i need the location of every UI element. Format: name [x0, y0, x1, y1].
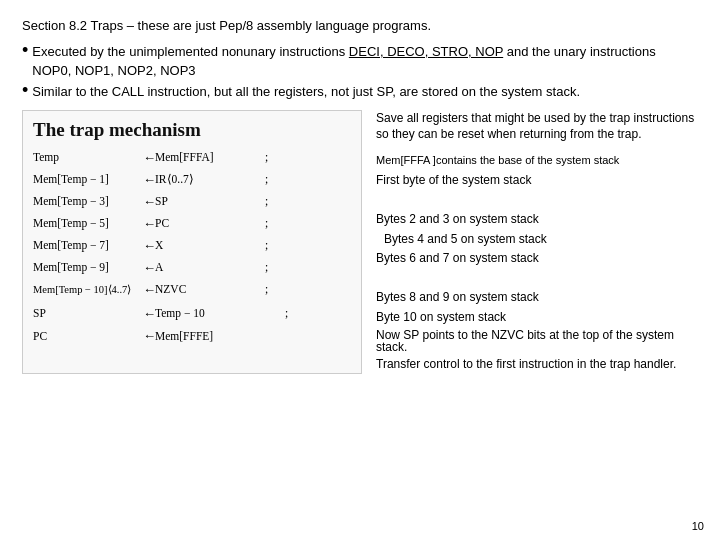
ann-row-5: Bytes 8 and 9 on system stack: [376, 288, 698, 308]
ann-text-4: Bytes 6 and 7 on system stack: [376, 252, 539, 264]
sp-value: Temp − 10: [155, 304, 285, 324]
page-number: 10: [692, 520, 704, 532]
sp-arrow: ←: [143, 303, 155, 325]
ann-text-5: Bytes 8 and 9 on system stack: [376, 291, 539, 303]
main-content: The trap mechanism Temp ← Mem[FFFA] ; Me…: [22, 110, 698, 375]
sp-annotation: Now SP points to the NZVC bits at the to…: [376, 329, 698, 353]
bullet-text-1: Executed by the unimplemented nonunary i…: [32, 43, 698, 81]
trap-row-1-semi: ;: [265, 170, 275, 190]
ann-text-2: Bytes 2 and 3 on system stack: [376, 213, 539, 225]
ann-row-2: Bytes 2 and 3 on system stack: [376, 210, 698, 230]
save-note: Save all registers that might be used by…: [376, 110, 698, 144]
ann-row-spacer1: [376, 190, 698, 210]
ann-text-0: Mem[FFFA ]contains the base of the syste…: [376, 155, 619, 166]
trap-row-6-semi: ;: [265, 280, 275, 300]
bullet-dot-1: •: [22, 41, 28, 59]
sp-row: SP ← Temp − 10 ;: [33, 303, 351, 325]
trap-row-2-right: SP: [155, 192, 265, 212]
trap-row-5-left: Mem[Temp − 9]: [33, 258, 143, 278]
trap-row-5-semi: ;: [265, 258, 275, 278]
trap-row-3-left: Mem[Temp − 5]: [33, 214, 143, 234]
ann-row-spacer2: [376, 268, 698, 288]
trap-row-0-semi: ;: [265, 148, 275, 168]
bullet-row-2: • Similar to the CALL instruction, but a…: [22, 83, 698, 102]
ann-row-1: First byte of the system stack: [376, 171, 698, 191]
trap-row-5-arrow: ←: [143, 257, 155, 279]
section-title: Section 8.2 Traps – these are just Pep/8…: [22, 18, 698, 33]
ann-row-6: Byte 10 on system stack: [376, 307, 698, 327]
trap-row-6-right: NZVC: [155, 280, 265, 300]
trap-row-3-arrow: ←: [143, 213, 155, 235]
ann-row-3: Bytes 4 and 5 on system stack: [376, 229, 698, 249]
trap-row-4-semi: ;: [265, 236, 275, 256]
trap-row-1-right: IR⟨0..7⟩: [155, 170, 265, 190]
ann-row-0: Mem[FFFA ]contains the base of the syste…: [376, 151, 698, 171]
trap-row-2: Mem[Temp − 3] ← SP ;: [33, 191, 351, 213]
annotations: Mem[FFFA ]contains the base of the syste…: [376, 151, 698, 374]
trap-row-2-arrow: ←: [143, 191, 155, 213]
sp-label: SP: [33, 304, 143, 324]
trap-row-5-right: A: [155, 258, 265, 278]
ann-row-4: Bytes 6 and 7 on system stack: [376, 249, 698, 269]
ann-text-1: First byte of the system stack: [376, 174, 531, 186]
ann-row-sp: Now SP points to the NZVC bits at the to…: [376, 329, 698, 353]
trap-row-4-arrow: ←: [143, 235, 155, 257]
trap-row-0: Temp ← Mem[FFFA] ;: [33, 147, 351, 169]
trap-row-3-right: PC: [155, 214, 265, 234]
trap-row-1-left: Mem[Temp − 1]: [33, 170, 143, 190]
bullet-section: • Executed by the unimplemented nonunary…: [22, 43, 698, 102]
underlined-instructions: DECI, DECO, STRO, NOP: [349, 44, 503, 59]
trap-row-1: Mem[Temp − 1] ← IR⟨0..7⟩ ;: [33, 169, 351, 191]
trap-row-4-left: Mem[Temp − 7]: [33, 236, 143, 256]
trap-row-0-left: Temp: [33, 148, 143, 168]
right-panel: Save all registers that might be used by…: [376, 110, 698, 375]
page: Section 8.2 Traps – these are just Pep/8…: [0, 0, 720, 386]
trap-row-5: Mem[Temp − 9] ← A ;: [33, 257, 351, 279]
bullet-row-1: • Executed by the unimplemented nonunary…: [22, 43, 698, 81]
trap-row-3-semi: ;: [265, 214, 275, 234]
trap-mechanism-title: The trap mechanism: [33, 119, 351, 141]
ann-text-3: Bytes 4 and 5 on system stack: [384, 233, 547, 245]
trap-row-6-left: Mem[Temp − 10]⟨4..7⟩: [33, 281, 143, 299]
trap-row-2-left: Mem[Temp − 3]: [33, 192, 143, 212]
trap-row-4-right: X: [155, 236, 265, 256]
pc-value: Mem[FFFE]: [155, 327, 285, 347]
sp-semi: ;: [285, 304, 295, 324]
ann-row-pc: Transfer control to the first instructio…: [376, 355, 698, 375]
bullet-text-2: Similar to the CALL instruction, but all…: [32, 83, 580, 102]
trap-row-6-arrow: ←: [143, 279, 155, 301]
trap-row-1-arrow: ←: [143, 169, 155, 191]
trap-row-6: Mem[Temp − 10]⟨4..7⟩ ← NZVC ;: [33, 279, 351, 301]
sp-pc-section: SP ← Temp − 10 ; PC ← Mem[FFFE]: [33, 303, 351, 347]
trap-row-0-arrow: ←: [143, 147, 155, 169]
pc-annotation: Transfer control to the first instructio…: [376, 358, 676, 370]
pc-label: PC: [33, 327, 143, 347]
trap-row-2-semi: ;: [265, 192, 275, 212]
bullet-dot-2: •: [22, 81, 28, 99]
pc-arrow: ←: [143, 325, 155, 347]
trap-row-0-right: Mem[FFFA]: [155, 148, 265, 168]
ann-text-6: Byte 10 on system stack: [376, 311, 506, 323]
trap-row-4: Mem[Temp − 7] ← X ;: [33, 235, 351, 257]
trap-image-panel: The trap mechanism Temp ← Mem[FFFA] ; Me…: [22, 110, 362, 375]
trap-row-3: Mem[Temp − 5] ← PC ;: [33, 213, 351, 235]
pc-row: PC ← Mem[FFFE]: [33, 325, 351, 347]
